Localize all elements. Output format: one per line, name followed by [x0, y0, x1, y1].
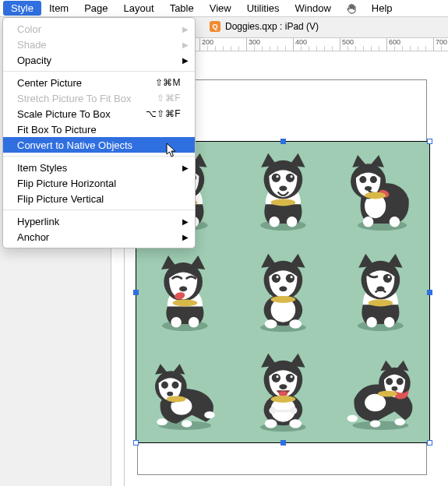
menu-page[interactable]: Page: [76, 1, 115, 16]
menu-layout[interactable]: Layout: [116, 1, 162, 16]
menu-style[interactable]: Style: [3, 1, 41, 16]
menu-view[interactable]: View: [202, 1, 239, 16]
menu-help[interactable]: Help: [364, 1, 400, 16]
menubar: Style Item Page Layout Table View Utilit…: [0, 0, 448, 17]
menu-utilities[interactable]: Utilities: [239, 1, 287, 16]
menu-item[interactable]: Item: [41, 1, 76, 16]
menu-table[interactable]: Table: [162, 1, 202, 16]
menu-window[interactable]: Window: [287, 1, 339, 16]
hand-icon[interactable]: [345, 2, 358, 15]
